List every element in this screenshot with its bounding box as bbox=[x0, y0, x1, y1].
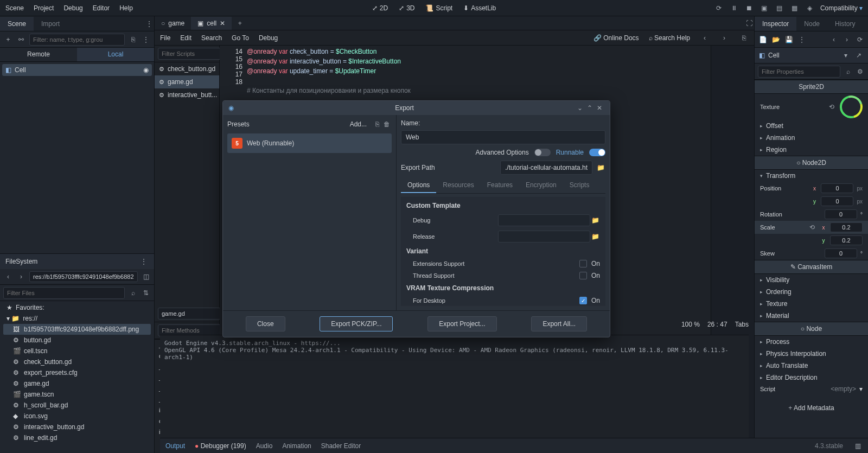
distraction-free-icon[interactable]: ⛶ bbox=[744, 18, 754, 28]
search-icon[interactable]: ⌕ bbox=[128, 288, 138, 298]
advanced-toggle[interactable] bbox=[534, 149, 551, 156]
layout-icon[interactable]: ▥ bbox=[853, 441, 863, 451]
close-icon[interactable]: ✕ bbox=[220, 20, 225, 27]
pause-icon[interactable]: ⏸ bbox=[729, 3, 739, 13]
scale-y-input[interactable] bbox=[830, 235, 863, 245]
delete-icon[interactable]: 🗑 bbox=[382, 119, 392, 129]
add-metadata-button[interactable]: + Add Metadata bbox=[760, 400, 863, 416]
skew-input[interactable] bbox=[825, 248, 857, 258]
ext-support-checkbox[interactable] bbox=[579, 260, 587, 267]
thread-support-checkbox[interactable] bbox=[579, 272, 587, 279]
fs-dots[interactable]: ⋮ bbox=[139, 257, 149, 266]
tab-animation[interactable]: Animation bbox=[282, 442, 311, 450]
export-all-button[interactable]: Export All... bbox=[531, 316, 587, 331]
group-material[interactable]: Material bbox=[755, 310, 868, 322]
group-offset[interactable]: Offset bbox=[755, 120, 868, 132]
link-icon[interactable]: ⚯ bbox=[16, 35, 26, 44]
group-ordering[interactable]: Ordering bbox=[755, 286, 868, 298]
fs-path[interactable]: res://b1f595703fffc92491048ef9b6882 bbox=[29, 271, 138, 282]
script-list-item[interactable]: ⚙ interactive_butt... bbox=[155, 88, 219, 101]
copy-icon[interactable]: ⎘ bbox=[739, 33, 749, 43]
remote-tab[interactable]: Remote bbox=[0, 48, 77, 61]
close-button[interactable]: Close bbox=[246, 316, 285, 331]
workspace-script[interactable]: 📜 Script bbox=[425, 4, 452, 12]
run-scene-icon[interactable]: ▣ bbox=[760, 3, 769, 13]
renderer-dropdown[interactable]: Compatibility ▾ bbox=[820, 4, 863, 12]
group-editor-desc[interactable]: Editor Description bbox=[755, 372, 868, 384]
fs-fwd-icon[interactable]: › bbox=[16, 272, 26, 282]
local-tab[interactable]: Local bbox=[77, 48, 154, 61]
menu-help[interactable]: Help bbox=[119, 4, 133, 12]
fs-item[interactable]: 🎬game.tscn bbox=[3, 389, 151, 400]
filter-properties-input[interactable] bbox=[758, 66, 840, 78]
fs-item[interactable]: ⚙line_edit.gd bbox=[3, 432, 151, 443]
export-pck-button[interactable]: Export PCK/ZIP... bbox=[320, 316, 393, 331]
tab-import[interactable]: Import bbox=[34, 17, 67, 31]
sort-icon[interactable]: ⇅ bbox=[141, 288, 151, 298]
maximize-icon[interactable]: ⌃ bbox=[585, 104, 595, 112]
refresh-icon[interactable]: ⟳ bbox=[855, 35, 865, 44]
fs-item[interactable]: ◆icon.svg bbox=[3, 411, 151, 422]
group-animation[interactable]: Animation bbox=[755, 132, 868, 144]
script-tab-cell[interactable]: ▣ cell ✕ bbox=[191, 17, 232, 30]
res-root[interactable]: ▾ 📁 res:// bbox=[3, 313, 151, 324]
open-icon[interactable]: 📂 bbox=[771, 35, 781, 44]
visibility-icon[interactable]: ◉ bbox=[143, 66, 149, 74]
menu-scene[interactable]: Scene bbox=[5, 4, 24, 12]
revert-icon[interactable]: ⟲ bbox=[807, 222, 817, 232]
script-list-item[interactable]: ⚙ check_button.gd bbox=[155, 62, 219, 75]
scale-x-input[interactable] bbox=[830, 222, 863, 232]
tab-audio[interactable]: Audio bbox=[256, 442, 273, 450]
release-template-field[interactable] bbox=[498, 231, 590, 243]
close-icon[interactable]: ✕ bbox=[595, 104, 604, 112]
group-translate[interactable]: Auto Translate bbox=[755, 360, 868, 372]
pos-x-input[interactable] bbox=[821, 183, 853, 193]
add-tab-icon[interactable]: + bbox=[235, 18, 245, 28]
script-file[interactable]: File bbox=[160, 34, 170, 42]
group-visibility[interactable]: Visibility bbox=[755, 274, 868, 286]
fs-item[interactable]: 🖼b1f595703fffc92491048ef9b6882dff.png bbox=[3, 324, 151, 335]
indent-mode[interactable]: Tabs bbox=[735, 321, 749, 328]
export-tab-options[interactable]: Options bbox=[401, 178, 436, 193]
external-icon[interactable]: ↗ bbox=[854, 50, 864, 60]
add-node-icon[interactable]: + bbox=[3, 35, 13, 44]
script-goto[interactable]: Go To bbox=[232, 34, 249, 42]
render-icon[interactable]: ◈ bbox=[805, 3, 815, 13]
export-tab-features[interactable]: Features bbox=[481, 178, 519, 193]
scene-filter-input[interactable] bbox=[29, 34, 125, 46]
export-project-button[interactable]: Export Project... bbox=[427, 316, 496, 331]
run-project-icon[interactable]: ▤ bbox=[775, 3, 784, 13]
fs-item[interactable]: ⚙h_scroll_bar.gd bbox=[3, 400, 151, 411]
browse-icon[interactable]: 📁 bbox=[590, 232, 600, 241]
workspace-2d[interactable]: ⤢ 2D bbox=[372, 4, 388, 12]
export-tab-resources[interactable]: Resources bbox=[436, 178, 480, 193]
fs-item[interactable]: 🎬cell.tscn bbox=[3, 346, 151, 356]
history-back-icon[interactable]: ‹ bbox=[829, 35, 839, 44]
movie-icon[interactable]: ▦ bbox=[790, 3, 800, 13]
zoom-level[interactable]: 100 % bbox=[681, 321, 700, 328]
browse-icon[interactable]: 📁 bbox=[596, 163, 605, 173]
pos-y-input[interactable] bbox=[821, 196, 853, 206]
tab-scene[interactable]: Scene bbox=[0, 17, 34, 31]
play-icon[interactable]: ⟳ bbox=[714, 3, 724, 13]
new-icon[interactable]: 📄 bbox=[758, 35, 768, 44]
search-icon[interactable]: ⌕ bbox=[844, 67, 853, 76]
scene-dots[interactable]: ⋮ bbox=[141, 35, 151, 44]
nav-fwd-icon[interactable]: › bbox=[719, 33, 729, 43]
script-list-item[interactable]: ⚙ game.gd bbox=[155, 75, 219, 88]
settings-icon[interactable]: ⚙ bbox=[856, 67, 865, 76]
search-help-link[interactable]: ⌕ Search Help bbox=[649, 34, 690, 42]
fs-toggle-icon[interactable]: ◫ bbox=[141, 272, 151, 282]
minimize-icon[interactable]: ⌄ bbox=[575, 104, 585, 112]
workspace-assetlib[interactable]: ⬇ AssetLib bbox=[463, 4, 496, 12]
scene-root-node[interactable]: ◧ Cell ◉ bbox=[2, 64, 152, 76]
inspector-node-name[interactable]: Cell bbox=[768, 52, 838, 59]
export-tab-scripts[interactable]: Scripts bbox=[563, 178, 596, 193]
menu-project[interactable]: Project bbox=[34, 4, 54, 12]
browse-icon[interactable]: 📁 bbox=[590, 215, 600, 225]
tab-shader[interactable]: Shader Editor bbox=[321, 442, 361, 450]
script-value[interactable]: <empty> bbox=[831, 385, 856, 393]
stop-icon[interactable]: ⏹ bbox=[744, 3, 754, 13]
preset-name-input[interactable] bbox=[401, 130, 605, 144]
rotation-input[interactable] bbox=[825, 209, 857, 219]
